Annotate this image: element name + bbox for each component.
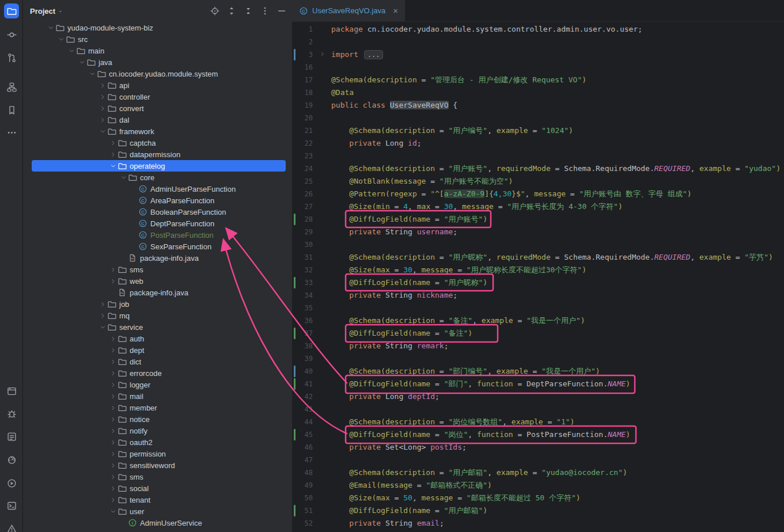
tree-item-dal[interactable]: dal [23,114,292,126]
chevron-icon[interactable] [108,425,118,436]
gutter[interactable]: 39 [292,352,331,365]
commit-icon[interactable] [4,27,19,42]
pull-requests-icon[interactable] [4,50,19,65]
code-line-36[interactable]: 36 @Schema(description = "备注", example =… [292,314,784,327]
chevron-icon[interactable] [108,471,118,482]
gutter[interactable]: 29 [292,226,331,238]
fold-indicator-icon[interactable] [320,51,325,57]
code-line-44[interactable]: 44 @Schema(description = "岗位编号数组", examp… [292,416,784,428]
chevron-icon[interactable] [108,149,118,160]
tree-item-errorcode[interactable]: errorcode [23,367,292,379]
code-line-24[interactable]: 24 @Schema(description = "用户账号", require… [292,162,784,175]
collapse-all-icon[interactable] [244,6,253,16]
tree-item-convert[interactable]: convert [23,102,292,114]
close-icon[interactable]: × [393,6,398,15]
code-line-31[interactable]: 31 @Schema(description = "用户昵称", require… [292,251,784,264]
tree-item-mq[interactable]: mq [23,310,292,321]
gutter[interactable]: 38 [292,340,331,352]
chevron-icon[interactable] [108,506,118,517]
gutter[interactable]: 43 [292,403,331,416]
chevron-icon[interactable] [98,91,107,102]
gutter[interactable]: 17 [292,74,331,86]
gutter[interactable]: 3 [292,48,331,61]
tree-item-user[interactable]: user [23,506,292,517]
chevron-icon[interactable] [98,114,107,126]
code-line-29[interactable]: 29 private String username; [292,226,784,238]
gutter[interactable]: 16 [292,61,331,74]
tree-item-sms[interactable]: sms [23,264,292,275]
tree-item-sexparsefunction[interactable]: CSexParseFunction [23,241,292,252]
code-line-45[interactable]: 45 @DiffLogField(name = "岗位", function =… [292,428,784,441]
chevron-icon[interactable] [108,379,118,390]
tree-item-controller[interactable]: controller [23,91,292,102]
tree-item-operatelog[interactable]: operatelog [23,160,292,172]
chevron-icon[interactable] [46,22,55,33]
chevron-icon[interactable] [98,102,107,114]
tree-item-api[interactable]: api [23,79,292,91]
code-line-32[interactable]: 32 @Size(max = 30, message = "用户昵称长度不能超过… [292,264,784,276]
code-line-33[interactable]: 33 @DiffLogField(name = "用户昵称") [292,276,784,289]
tree-item-job[interactable]: job [23,298,292,310]
tree-item-service[interactable]: service [23,321,292,333]
code-line-17[interactable]: 17@Schema(description = "管理后台 - 用户创建/修改 … [292,74,784,86]
gutter[interactable]: 40 [292,365,331,378]
code-line-48[interactable]: 48 @Schema(description = "用户邮箱", example… [292,466,784,479]
gutter[interactable]: 31 [292,251,331,264]
chevron-down-icon[interactable]: ⌄ [58,7,63,13]
run-icon[interactable] [4,476,19,491]
tree-item-main[interactable]: main [23,45,292,56]
chevron-icon[interactable] [108,448,118,459]
gutter[interactable]: 27 [292,200,331,213]
code-line-43[interactable]: 43 [292,403,784,416]
chevron-icon[interactable] [98,321,107,333]
todo-icon[interactable] [4,429,19,444]
chevron-icon[interactable] [108,367,118,379]
tree-item-core[interactable]: core [23,172,292,183]
tree-item-package-info-java[interactable]: package-info.java [23,287,292,298]
code-line-28[interactable]: 28 @DiffLogField(name = "用户账号") [292,213,784,226]
tree-item-datapermission[interactable]: datapermission [23,149,292,160]
code-line-49[interactable]: 49 @Email(message = "邮箱格式不正确") [292,479,784,492]
chevron-icon[interactable] [119,172,128,183]
tree-item-java[interactable]: java [23,56,292,68]
gutter[interactable]: 41 [292,378,331,390]
gutter[interactable]: 47 [292,454,331,466]
project-panel-title[interactable]: Project [30,7,55,16]
code-line-52[interactable]: 52 private String email; [292,517,784,530]
code-line-26[interactable]: 26 @Pattern(regexp = "^[a-zA-Z0-9]{4,30}… [292,188,784,200]
code-line-50[interactable]: 50 @Size(max = 50, message = "邮箱长度不能超过 5… [292,492,784,504]
more-icon[interactable] [4,125,19,140]
gutter[interactable]: 21 [292,124,331,137]
code-line-18[interactable]: 18@Data [292,86,784,99]
chevron-icon[interactable] [98,79,107,91]
tree-item-notify[interactable]: notify [23,425,292,436]
gutter[interactable]: 51 [292,504,331,517]
gutter[interactable]: 25 [292,175,331,188]
code-line-35[interactable]: 35 [292,302,784,314]
code-line-1[interactable]: 1package cn.iocoder.yudao.module.system.… [292,23,784,36]
code-line-3[interactable]: 3import ... [292,48,784,61]
gutter[interactable]: 28 [292,213,331,226]
chevron-icon[interactable] [108,344,118,356]
tree-item-captcha[interactable]: captcha [23,137,292,149]
chevron-icon[interactable] [108,137,118,149]
chevron-icon[interactable] [108,333,118,344]
profiler-icon[interactable] [4,452,19,467]
tree-item-social[interactable]: social [23,482,292,494]
tree-item-tenant[interactable]: tenant [23,494,292,506]
tree-item-cn-iocoder-yudao-module-system[interactable]: cn.iocoder.yudao.module.system [23,68,292,79]
code-line-2[interactable]: 2 [292,36,784,48]
expand-all-icon[interactable] [227,6,236,16]
gutter[interactable]: 49 [292,479,331,492]
code-line-16[interactable]: 16 [292,61,784,74]
tree-item-src[interactable]: src [23,33,292,45]
code-line-21[interactable]: 21 @Schema(description = "用户编号", example… [292,124,784,137]
gutter[interactable]: 26 [292,188,331,200]
gutter[interactable]: 23 [292,150,331,162]
project-icon[interactable] [4,3,19,18]
tree-item-package-info-java[interactable]: package-info.java [23,252,292,264]
gutter[interactable]: 1 [292,23,331,36]
tree-item-permission[interactable]: permission [23,448,292,459]
options-icon[interactable] [260,6,270,16]
gutter[interactable]: 19 [292,99,331,112]
